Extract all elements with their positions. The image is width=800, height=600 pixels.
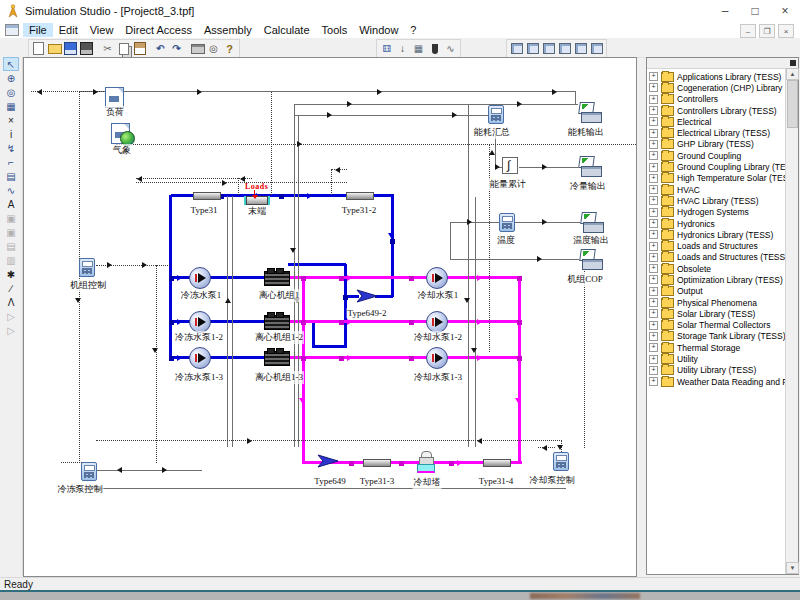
- expand-icon[interactable]: [649, 151, 658, 160]
- panel-corner-box[interactable]: [790, 60, 796, 66]
- component-cw-pump-1-3[interactable]: [426, 347, 448, 369]
- win-button-icon[interactable]: [557, 41, 572, 56]
- component-chw-pump-control[interactable]: [81, 462, 97, 481]
- win-button-icon[interactable]: [573, 41, 588, 56]
- component-chiller-1-2[interactable]: [264, 315, 290, 330]
- runner-tool-icon[interactable]: Λ: [3, 295, 19, 309]
- library-item-solar-library-tess[interactable]: Solar Library (TESS): [649, 308, 785, 319]
- component-energy-summary[interactable]: [488, 105, 504, 124]
- menu-tools[interactable]: Tools: [316, 23, 354, 37]
- project-canvas[interactable]: 负荷气象Type31末端Type31-2机组控制冷冻水泵1离心机组1冷冻水泵1-…: [23, 57, 637, 577]
- component-temperature-calc[interactable]: [499, 213, 515, 232]
- library-item-cogeneration-chp-library-tess[interactable]: Cogeneration (CHP) Library (TESS): [649, 82, 785, 93]
- component-cw-pump-control[interactable]: [553, 452, 569, 471]
- component-cw-pump-1[interactable]: [426, 267, 448, 289]
- mdi-document-icon[interactable]: [5, 24, 19, 36]
- mdi-restore-button[interactable]: ❐: [759, 24, 775, 38]
- close-button[interactable]: ×: [770, 0, 800, 22]
- library-item-hvac-library-tess[interactable]: HVAC Library (TESS): [649, 195, 785, 206]
- library-item-hydronics[interactable]: Hydronics: [649, 218, 785, 229]
- print-small-tool-icon[interactable]: ▥: [3, 253, 19, 267]
- component-chiller-1[interactable]: [264, 271, 290, 286]
- menu-calculate[interactable]: Calculate: [258, 23, 316, 37]
- component-cooling-output[interactable]: [577, 156, 601, 176]
- library-item-output[interactable]: Output: [649, 286, 785, 297]
- library-item-obsolete[interactable]: Obsolete: [649, 263, 785, 274]
- paste-button-icon[interactable]: [132, 41, 147, 56]
- cut-button-icon[interactable]: [100, 41, 115, 56]
- copy-button-icon[interactable]: [116, 41, 131, 56]
- minimize-button[interactable]: –: [710, 0, 740, 22]
- library-item-thermal-storage[interactable]: Thermal Storage: [649, 342, 785, 353]
- expand-icon[interactable]: [649, 355, 658, 364]
- save2-button-icon[interactable]: [79, 41, 94, 56]
- mdi-close-button[interactable]: ×: [778, 24, 794, 38]
- component-chw-pump-1-3[interactable]: [189, 347, 211, 369]
- expand-icon[interactable]: [649, 253, 658, 262]
- component-pipe-type31-3[interactable]: [363, 459, 391, 467]
- layers-tool-icon[interactable]: ▤: [3, 239, 19, 253]
- expand-icon[interactable]: [649, 321, 658, 330]
- library-item-loads-and-structures[interactable]: Loads and Structures: [649, 240, 785, 251]
- image-tool-icon[interactable]: ▦: [3, 99, 19, 113]
- expand-icon[interactable]: [649, 332, 658, 341]
- expand-icon[interactable]: [649, 309, 658, 318]
- link-mode-tool-icon[interactable]: ∿: [3, 183, 19, 197]
- expand-icon[interactable]: [649, 185, 658, 194]
- panel-vscrollbar[interactable]: ▲ ▼: [785, 68, 798, 574]
- library-item-weather-data-reading-and-process[interactable]: Weather Data Reading and Process: [649, 376, 785, 387]
- component-energy-output[interactable]: [577, 102, 601, 122]
- info-tool-icon[interactable]: i: [3, 127, 19, 141]
- save-button-icon[interactable]: [63, 41, 78, 56]
- play-a-tool-icon[interactable]: ▷: [3, 309, 19, 323]
- library-item-high-temperature-solar-tess[interactable]: High Temperature Solar (TESS): [649, 173, 785, 184]
- redo-button-icon[interactable]: [169, 41, 184, 56]
- library-item-applications-library-tess[interactable]: Applications Library (TESS): [649, 71, 785, 82]
- component-pipe-type31[interactable]: [193, 192, 221, 200]
- component-load-input[interactable]: [105, 87, 124, 108]
- component-pipe-type31-4[interactable]: [483, 459, 511, 467]
- component-chiller-1-3[interactable]: [264, 351, 290, 366]
- darrow-button-icon[interactable]: [395, 41, 410, 56]
- gear-tool-icon[interactable]: ✱: [3, 267, 19, 281]
- mdi-minimize-button[interactable]: –: [740, 24, 756, 38]
- library-item-ghp-library-tess[interactable]: GHP Library (TESS): [649, 139, 785, 150]
- expand-icon[interactable]: [649, 129, 658, 138]
- menu-view[interactable]: View: [84, 23, 120, 37]
- library-item-storage-tank-library-tess[interactable]: Storage Tank Library (TESS): [649, 331, 785, 342]
- help-button-icon[interactable]: [222, 41, 237, 56]
- win-button-icon[interactable]: [541, 41, 556, 56]
- expand-icon[interactable]: [649, 287, 658, 296]
- menu-direct-access[interactable]: Direct Access: [119, 23, 198, 37]
- expand-icon[interactable]: [649, 366, 658, 375]
- grid-b-tool-icon[interactable]: ▣: [3, 225, 19, 239]
- expand-icon[interactable]: [649, 196, 658, 205]
- component-chw-pump-1[interactable]: [189, 267, 211, 289]
- grid-a-tool-icon[interactable]: ▣: [3, 211, 19, 225]
- component-temperature-output[interactable]: [579, 212, 603, 232]
- library-item-hydronics-library-tess[interactable]: Hydronics Library (TESS): [649, 229, 785, 240]
- plug-tool-icon[interactable]: ↯: [3, 141, 19, 155]
- library-item-hydrogen-systems[interactable]: Hydrogen Systems: [649, 207, 785, 218]
- library-item-electrical[interactable]: Electrical: [649, 116, 785, 127]
- component-diverter-type649[interactable]: [317, 452, 339, 470]
- library-item-loads-and-structures-tess[interactable]: Loads and Structures (TESS): [649, 252, 785, 263]
- library-item-physical-phenomena[interactable]: Physical Phenomena: [649, 297, 785, 308]
- library-item-controllers[interactable]: Controllers: [649, 94, 785, 105]
- expand-icon[interactable]: [649, 298, 658, 307]
- pen-tool-icon[interactable]: ∕: [3, 281, 19, 295]
- maximize-button[interactable]: □: [740, 0, 770, 22]
- library-item-utility-library-tess[interactable]: Utility Library (TESS): [649, 365, 785, 376]
- expand-icon[interactable]: [649, 117, 658, 126]
- duplicate-tool-icon[interactable]: ▤: [3, 169, 19, 183]
- expand-icon[interactable]: [649, 242, 658, 251]
- menu-window[interactable]: Window: [353, 23, 404, 37]
- preview-button-icon[interactable]: [206, 41, 221, 56]
- expand-icon[interactable]: [649, 219, 658, 228]
- expand-icon[interactable]: [649, 106, 658, 115]
- component-diverter-type649-2[interactable]: [356, 287, 378, 305]
- component-chw-pump-1-2[interactable]: [189, 311, 211, 333]
- text-tool-icon[interactable]: A: [3, 197, 19, 211]
- expand-icon[interactable]: [649, 208, 658, 217]
- component-unit-control[interactable]: [79, 258, 95, 277]
